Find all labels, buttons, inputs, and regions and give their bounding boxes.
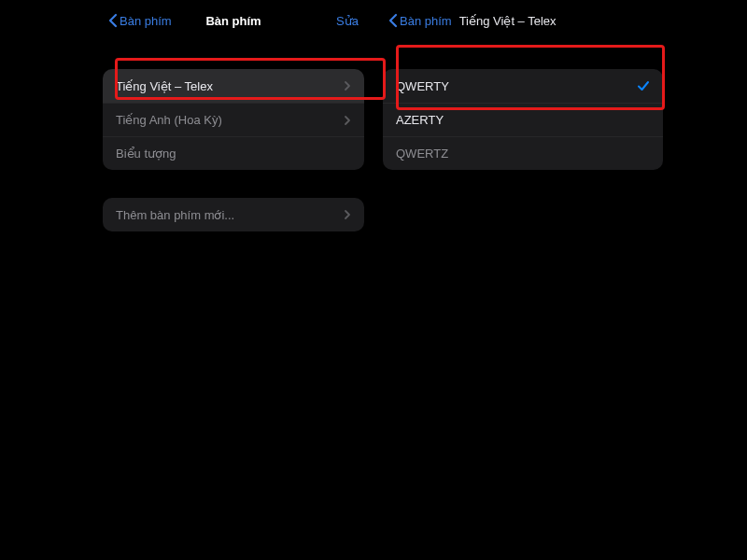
layout-options-list: QWERTY AZERTY QWERTZ	[383, 69, 663, 170]
add-keyboard-group: Thêm bàn phím mới...	[103, 198, 364, 231]
keyboard-item-telex[interactable]: Tiếng Việt – Telex	[103, 69, 364, 103]
keyboard-item-label: Tiếng Việt – Telex	[116, 79, 213, 93]
add-keyboard-button[interactable]: Thêm bàn phím mới...	[103, 198, 364, 231]
nav-header-left: Bàn phím Bàn phím Sửa	[103, 0, 364, 41]
chevron-left-icon	[108, 13, 118, 28]
layout-option-qwerty[interactable]: QWERTY	[383, 69, 663, 103]
nav-title-left: Bàn phím	[205, 14, 261, 28]
back-label-right: Bàn phím	[400, 14, 452, 28]
layout-option-label: AZERTY	[396, 113, 444, 127]
checkmark-icon	[637, 79, 650, 92]
back-button-left[interactable]: Bàn phím	[108, 13, 172, 28]
layout-option-qwertz[interactable]: QWERTZ	[383, 136, 663, 170]
keyboards-list: Tiếng Việt – Telex Tiếng Anh (Hoa Kỳ) Bi…	[103, 69, 364, 170]
keyboard-item-english[interactable]: Tiếng Anh (Hoa Kỳ)	[103, 103, 364, 136]
chevron-right-icon	[344, 209, 351, 220]
chevron-right-icon	[344, 115, 351, 126]
layout-options-panel: Bàn phím Tiếng Việt – Telex QWERTY AZERT…	[374, 0, 747, 560]
add-keyboard-label: Thêm bàn phím mới...	[116, 208, 234, 222]
edit-button[interactable]: Sửa	[336, 14, 359, 28]
nav-title-right: Tiếng Việt – Telex	[459, 14, 557, 28]
layout-option-azerty[interactable]: AZERTY	[383, 103, 663, 136]
keyboard-item-label: Biểu tượng	[116, 147, 176, 161]
chevron-left-icon	[388, 13, 398, 28]
back-label-left: Bàn phím	[120, 14, 172, 28]
keyboards-list-panel: Bàn phím Bàn phím Sửa Tiếng Việt – Telex…	[0, 0, 374, 560]
keyboard-item-emoji[interactable]: Biểu tượng	[103, 136, 364, 170]
keyboard-item-label: Tiếng Anh (Hoa Kỳ)	[116, 113, 222, 127]
nav-header-right: Bàn phím Tiếng Việt – Telex	[383, 0, 663, 41]
layout-option-label: QWERTZ	[396, 147, 448, 161]
back-button-right[interactable]: Bàn phím	[388, 13, 452, 28]
layout-option-label: QWERTY	[396, 79, 449, 93]
chevron-right-icon	[344, 80, 351, 91]
